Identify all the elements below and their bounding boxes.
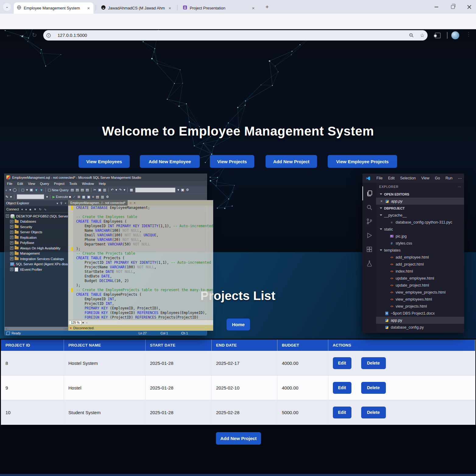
tree-item-update-project-html[interactable]: <>update_project.html bbox=[376, 282, 464, 289]
menu-go[interactable]: Go bbox=[435, 176, 440, 180]
tree-item-pic-jpg[interactable]: pic.jpg bbox=[376, 233, 464, 240]
open-editors-header[interactable]: OPEN EDITORS bbox=[376, 191, 464, 198]
expander-icon[interactable]: + bbox=[10, 241, 13, 245]
extensions-icon[interactable] bbox=[435, 33, 441, 38]
browser-tab[interactable]: JawadAhmadCS (M Jawad Ahm× bbox=[98, 2, 175, 14]
search-combo[interactable] bbox=[135, 188, 175, 192]
save-all-icon[interactable]: ▼ bbox=[40, 188, 43, 192]
tree-node-polybase[interactable]: +PolyBase bbox=[5, 240, 68, 246]
results-text-icon[interactable]: ▣ bbox=[87, 195, 90, 199]
tree-node-databases[interactable]: +Databases bbox=[5, 219, 68, 224]
tree-item-templates[interactable]: templates bbox=[376, 247, 464, 254]
menu-edit[interactable]: Edit bbox=[17, 182, 23, 185]
horizontal-scrollbar[interactable]: ‹ › bbox=[5, 327, 68, 331]
home-button[interactable]: Home bbox=[227, 319, 250, 330]
testing-flask-icon[interactable] bbox=[362, 256, 376, 270]
menu-tools[interactable]: Tools bbox=[69, 182, 77, 185]
query-icon[interactable]: ▤ bbox=[86, 188, 89, 192]
tree-node-management[interactable]: +Management bbox=[5, 251, 68, 256]
menu-view[interactable]: View bbox=[421, 176, 429, 180]
save-icon[interactable]: ▼ bbox=[35, 188, 38, 192]
tree-node-always-on-high-availability[interactable]: +Always On High Availability bbox=[5, 245, 68, 251]
query-icon[interactable]: ▤ bbox=[71, 188, 74, 192]
forward-button[interactable]: → bbox=[18, 31, 26, 38]
tree-node-sql-server-agent-agent-xps-disabled-[interactable]: SQL Server Agent (Agent XPs disabled) bbox=[5, 262, 68, 267]
scroll-left-icon[interactable]: ‹ bbox=[5, 327, 8, 330]
pin-icon[interactable]: ⊽ bbox=[60, 202, 62, 205]
dropdown-icon[interactable]: ▾ bbox=[10, 195, 12, 199]
workspace-root-header[interactable]: DBPROJECT bbox=[376, 205, 464, 212]
menu-selection[interactable]: Selection bbox=[400, 176, 416, 180]
dropdown-icon[interactable]: ▾ bbox=[178, 188, 179, 192]
parse-icon[interactable]: ✎ bbox=[5, 195, 8, 199]
scroll-left-icon[interactable]: ‹ bbox=[86, 321, 87, 324]
menu-view[interactable]: View bbox=[28, 182, 35, 185]
nav-button-view-projects[interactable]: View Projects bbox=[210, 155, 254, 168]
new-query-button[interactable]: ▢ bbox=[48, 188, 51, 192]
parse-check-icon[interactable]: ✓ bbox=[73, 195, 76, 199]
menu-more-icon[interactable]: ⋯ bbox=[458, 176, 462, 181]
expander-icon[interactable]: + bbox=[10, 220, 13, 223]
dropdown-icon[interactable]: ▾ bbox=[46, 195, 48, 199]
edit-button[interactable]: Edit bbox=[333, 357, 351, 369]
delete-button[interactable]: Delete bbox=[361, 357, 386, 369]
new-tab-button[interactable]: + bbox=[263, 3, 271, 11]
delete-button[interactable]: Delete bbox=[361, 407, 386, 418]
tree-item-database-config-cpython-311-pyc[interactable]: ≡database_config.cpython-311.pyc bbox=[376, 219, 464, 226]
address-bar[interactable]: 127.0.0.1:5000 ☆ bbox=[43, 30, 428, 41]
stop-icon[interactable]: ■ bbox=[69, 195, 71, 199]
outdent-icon[interactable]: ▥ bbox=[101, 195, 104, 199]
open-file-icon[interactable]: ▣ bbox=[30, 188, 33, 192]
query-icon[interactable]: ▤ bbox=[81, 188, 84, 192]
tree-item-app-py[interactable]: app.py bbox=[376, 317, 464, 324]
site-info-icon[interactable] bbox=[46, 33, 51, 38]
menu-edit[interactable]: Edit bbox=[388, 176, 395, 180]
tree-item-static[interactable]: static bbox=[376, 226, 464, 233]
profile-avatar[interactable] bbox=[451, 31, 459, 39]
extensions-icon[interactable] bbox=[362, 242, 376, 256]
comment-icon[interactable]: ≡ bbox=[92, 195, 94, 199]
analyze-icon[interactable]: ⊞ bbox=[77, 195, 80, 199]
pin-icon[interactable]: ⊹ bbox=[129, 201, 132, 205]
grid-icon[interactable]: ▦ bbox=[130, 188, 133, 192]
menu-help[interactable]: Help bbox=[99, 182, 106, 185]
menu-run[interactable]: Run bbox=[446, 176, 453, 180]
connect-icon[interactable]: ◐ bbox=[5, 188, 8, 192]
tab-close-icon[interactable]: × bbox=[251, 5, 255, 11]
scrollbar-thumb[interactable] bbox=[9, 327, 64, 330]
sql-code-editor[interactable]: CREATE DATABASE EmployeeManagement;-- Cr… bbox=[68, 206, 213, 320]
views-more-icon[interactable]: ⋯ bbox=[458, 185, 461, 189]
edit-button[interactable]: Edit bbox=[333, 382, 351, 394]
nav-button-view-employee-projects[interactable]: View Employee Projects bbox=[328, 155, 397, 168]
filter-icon[interactable]: ▼ bbox=[33, 208, 37, 211]
tree-item--port-dbs-project1-docx[interactable]: W~$port DBS Project1.docx bbox=[376, 310, 464, 317]
dropdown-icon[interactable]: ▾ bbox=[82, 321, 84, 324]
menu-file[interactable]: File bbox=[7, 182, 12, 185]
edit-button[interactable]: Edit bbox=[333, 407, 351, 418]
undo-icon[interactable]: ↶ bbox=[111, 188, 114, 192]
tree-item-add-project-html[interactable]: <>add_project.html bbox=[376, 261, 464, 268]
back-button[interactable]: ← bbox=[5, 31, 13, 38]
tree-item-add-employee-html[interactable]: <>add_employee.html bbox=[376, 254, 464, 261]
dropdown-icon[interactable]: ▾ bbox=[21, 208, 23, 211]
menu-window[interactable]: Window bbox=[82, 182, 94, 185]
query-icon[interactable]: ▤ bbox=[76, 188, 79, 192]
window-restore-button[interactable] bbox=[448, 4, 457, 10]
dropdown-icon[interactable]: ▾ bbox=[115, 188, 117, 192]
execute-play-icon[interactable]: ▶ bbox=[52, 195, 55, 199]
tree-node-security[interactable]: +Security bbox=[5, 224, 68, 230]
nav-button-add-new-employee[interactable]: Add New Employee bbox=[140, 155, 200, 168]
copy-icon[interactable]: ▣ bbox=[98, 188, 101, 192]
paste-icon[interactable]: ▥ bbox=[103, 188, 106, 192]
close-icon[interactable]: × bbox=[380, 199, 383, 203]
bookmark-star-icon[interactable]: ☆ bbox=[420, 32, 425, 39]
refresh-icon[interactable]: ↻ bbox=[39, 208, 41, 211]
indent-icon[interactable]: ▤ bbox=[96, 195, 99, 199]
reload-button[interactable]: ↻ bbox=[30, 31, 38, 39]
nav-button-add-new-project[interactable]: Add New Project bbox=[266, 155, 317, 168]
tree-item-database-config-py[interactable]: database_config.py bbox=[376, 324, 464, 331]
vscode-title-bar[interactable]: FileEditSelectionViewGoRun ⋯ bbox=[362, 174, 464, 183]
options-icon[interactable]: ⚙ bbox=[106, 195, 109, 199]
tree-item--pycache-[interactable]: __pycache__ bbox=[376, 212, 464, 219]
connect-button[interactable]: Connect bbox=[6, 207, 19, 211]
